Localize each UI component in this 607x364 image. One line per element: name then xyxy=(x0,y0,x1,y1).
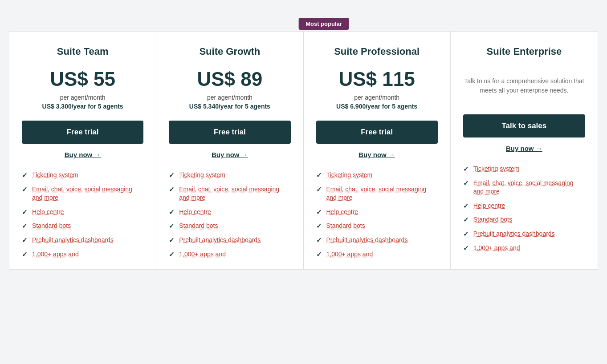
feature-link[interactable]: Help centre xyxy=(326,208,358,217)
free-trial-button-suite-growth[interactable]: Free trial xyxy=(169,121,290,144)
check-icon: ✓ xyxy=(22,186,28,194)
plan-name-suite-team: Suite Team xyxy=(22,46,143,57)
feature-link[interactable]: Prebuilt analytics dashboards xyxy=(473,230,555,239)
feature-link[interactable]: 1,000+ apps and xyxy=(32,250,79,259)
feature-link[interactable]: Standard bots xyxy=(473,215,512,224)
free-trial-button-suite-team[interactable]: Free trial xyxy=(22,121,143,144)
plan-price-suite-professional: US$ 115 xyxy=(316,68,438,90)
feature-item: ✓ Ticketing system xyxy=(316,171,438,180)
free-trial-button-suite-professional[interactable]: Free trial xyxy=(316,121,438,144)
check-icon: ✓ xyxy=(169,186,175,194)
feature-item: ✓ Help centre xyxy=(316,208,438,217)
feature-link[interactable]: Email, chat, voice, social messaging and… xyxy=(179,185,290,202)
feature-item: ✓ Standard bots xyxy=(169,222,290,231)
check-icon: ✓ xyxy=(169,171,175,179)
feature-link[interactable]: Ticketing system xyxy=(32,171,78,180)
plan-name-suite-growth: Suite Growth xyxy=(169,46,290,57)
feature-item: ✓ Ticketing system xyxy=(22,171,143,180)
feature-item: ✓ Standard bots xyxy=(316,222,438,231)
feature-link[interactable]: 1,000+ apps and xyxy=(326,250,373,259)
buy-now-link-suite-team[interactable]: Buy now → xyxy=(22,151,143,158)
check-icon: ✓ xyxy=(22,208,28,216)
feature-item: ✓ Help centre xyxy=(22,208,143,217)
feature-item: ✓ Prebuilt analytics dashboards xyxy=(22,236,143,245)
check-icon: ✓ xyxy=(316,222,322,230)
feature-item: ✓ Prebuilt analytics dashboards xyxy=(169,236,290,245)
feature-link[interactable]: Help centre xyxy=(179,208,211,217)
buy-now-link-suite-growth[interactable]: Buy now → xyxy=(169,151,290,158)
feature-link[interactable]: Prebuilt analytics dashboards xyxy=(179,236,261,245)
feature-item: ✓ Help centre xyxy=(169,208,290,217)
feature-link[interactable]: Ticketing system xyxy=(473,165,520,174)
check-icon: ✓ xyxy=(463,179,469,187)
plan-name-suite-professional: Suite Professional xyxy=(316,46,438,57)
check-icon: ✓ xyxy=(463,165,469,173)
feature-item: ✓ Prebuilt analytics dashboards xyxy=(463,230,585,239)
check-icon: ✓ xyxy=(316,186,322,194)
plan-name-suite-enterprise: Suite Enterprise xyxy=(463,46,585,57)
feature-item: ✓ Ticketing system xyxy=(463,165,585,174)
feature-link[interactable]: Help centre xyxy=(32,208,64,217)
plan-annual-suite-professional: US$ 6.900/year for 5 agents xyxy=(316,103,438,110)
plan-price-note-suite-growth: per agent/month xyxy=(169,94,290,101)
feature-item: ✓ Email, chat, voice, social messaging a… xyxy=(22,185,143,202)
plan-card-suite-growth: Suite Growth US$ 89 per agent/month US$ … xyxy=(156,32,303,269)
plan-annual-suite-growth: US$ 5.340/year for 5 agents xyxy=(169,103,290,110)
feature-item: ✓ Standard bots xyxy=(22,222,143,231)
features-list-suite-team: ✓ Ticketing system ✓ Email, chat, voice,… xyxy=(22,171,143,259)
plan-card-suite-enterprise: Suite Enterprise Talk to us for a compre… xyxy=(451,32,598,269)
feature-link[interactable]: Email, chat, voice, social messaging and… xyxy=(326,185,438,202)
talk-to-sales-button[interactable]: Talk to sales xyxy=(463,114,585,138)
feature-link[interactable]: 1,000+ apps and xyxy=(179,250,226,259)
feature-link[interactable]: Standard bots xyxy=(32,222,71,231)
feature-link[interactable]: Email, chat, voice, social messaging and… xyxy=(473,179,585,196)
check-icon: ✓ xyxy=(22,222,28,230)
features-list-suite-growth: ✓ Ticketing system ✓ Email, chat, voice,… xyxy=(169,171,290,259)
check-icon: ✓ xyxy=(463,216,469,224)
plan-price-suite-team: US$ 55 xyxy=(22,68,143,90)
check-icon: ✓ xyxy=(169,236,175,244)
feature-link[interactable]: 1,000+ apps and xyxy=(473,244,520,253)
feature-item: ✓ 1,000+ apps and xyxy=(316,250,438,259)
feature-link[interactable]: Prebuilt analytics dashboards xyxy=(32,236,114,245)
feature-link[interactable]: Prebuilt analytics dashboards xyxy=(326,236,408,245)
pricing-wrapper: Most popular Suite Team US$ 55 per agent… xyxy=(9,18,598,270)
feature-link[interactable]: Standard bots xyxy=(326,222,365,231)
check-icon: ✓ xyxy=(316,251,322,259)
check-icon: ✓ xyxy=(169,222,175,230)
check-icon: ✓ xyxy=(316,236,322,244)
features-list-suite-enterprise: ✓ Ticketing system ✓ Email, chat, voice,… xyxy=(463,165,585,252)
check-icon: ✓ xyxy=(316,208,322,216)
check-icon: ✓ xyxy=(22,236,28,244)
plan-card-suite-team: Suite Team US$ 55 per agent/month US$ 3.… xyxy=(9,32,156,269)
most-popular-badge: Most popular xyxy=(298,18,349,30)
check-icon: ✓ xyxy=(22,251,28,259)
buy-now-link-suite-professional[interactable]: Buy now → xyxy=(316,151,438,158)
feature-item: ✓ Email, chat, voice, social messaging a… xyxy=(169,185,290,202)
features-list-suite-professional: ✓ Ticketing system ✓ Email, chat, voice,… xyxy=(316,171,438,259)
plan-card-suite-professional: Suite Professional US$ 115 per agent/mon… xyxy=(304,32,451,269)
check-icon: ✓ xyxy=(463,202,469,210)
check-icon: ✓ xyxy=(316,171,322,179)
enterprise-description: Talk to us for a comprehensive solution … xyxy=(463,68,585,104)
feature-item: ✓ 1,000+ apps and xyxy=(169,250,290,259)
feature-link[interactable]: Ticketing system xyxy=(326,171,373,180)
feature-item: ✓ Prebuilt analytics dashboards xyxy=(316,236,438,245)
feature-item: ✓ Email, chat, voice, social messaging a… xyxy=(316,185,438,202)
feature-link[interactable]: Standard bots xyxy=(179,222,218,231)
check-icon: ✓ xyxy=(463,230,469,238)
buy-now-link-suite-enterprise[interactable]: Buy now → xyxy=(463,145,585,152)
feature-link[interactable]: Help centre xyxy=(473,202,505,210)
feature-link[interactable]: Email, chat, voice, social messaging and… xyxy=(32,185,143,202)
plan-price-note-suite-team: per agent/month xyxy=(22,94,143,101)
feature-link[interactable]: Ticketing system xyxy=(179,171,225,180)
feature-item: ✓ 1,000+ apps and xyxy=(22,250,143,259)
plans-grid: Suite Team US$ 55 per agent/month US$ 3.… xyxy=(9,31,598,270)
check-icon: ✓ xyxy=(169,251,175,259)
check-icon: ✓ xyxy=(22,171,28,179)
feature-item: ✓ 1,000+ apps and xyxy=(463,244,585,253)
plan-price-note-suite-professional: per agent/month xyxy=(316,94,438,101)
feature-item: ✓ Email, chat, voice, social messaging a… xyxy=(463,179,585,196)
plan-price-suite-growth: US$ 89 xyxy=(169,68,290,90)
check-icon: ✓ xyxy=(463,244,469,252)
